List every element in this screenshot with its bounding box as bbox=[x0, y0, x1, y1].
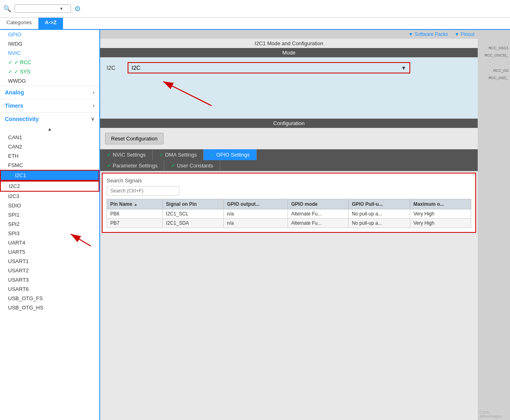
scroll-up-arrow[interactable]: ▲ bbox=[0, 125, 99, 133]
table-row: PB7 I2C1_SDA n/a Alternate Fu... No pull… bbox=[107, 219, 471, 228]
arrow-area bbox=[107, 73, 471, 114]
gpio-table: Pin Name ▲ Signal on Pin GPIO output... … bbox=[107, 199, 471, 228]
tab-az[interactable]: A->Z bbox=[38, 18, 63, 29]
sidebar-item-nvic[interactable]: NVIC bbox=[0, 48, 99, 58]
cell-gpio-mode: Alternate Fu... bbox=[288, 219, 348, 228]
tab-nvic-settings[interactable]: ✓ NVIC Settings bbox=[100, 149, 153, 160]
sidebar-item-can1[interactable]: CAN1 bbox=[0, 133, 99, 142]
gpio-tab-label: GPIO Settings bbox=[216, 152, 250, 158]
connectivity-label: Connectivity bbox=[5, 116, 39, 122]
search-box[interactable]: ▼ bbox=[15, 4, 71, 13]
sidebar-item-usb-otg-fs[interactable]: USB_OTG_FS bbox=[0, 294, 99, 303]
i2c-select[interactable]: I2C Disable SMBus Alert Mode SMBus Slave… bbox=[128, 63, 409, 73]
panel-title: I2C1 Mode and Configuration bbox=[100, 39, 478, 48]
mode-section: Mode I2C I2C Disable SMBus Alert Mode SM… bbox=[100, 48, 478, 119]
gpio-area: Search Signals Pin Name ▲ Signal on Pin … bbox=[102, 173, 476, 233]
tab-parameter-settings[interactable]: ✓ Parameter Settings bbox=[100, 160, 164, 171]
col-pin-name[interactable]: Pin Name ▲ bbox=[107, 199, 163, 209]
sidebar-item-usart3[interactable]: USART3 bbox=[0, 275, 99, 284]
cell-max-output: Very High bbox=[410, 219, 471, 228]
sidebar-item-usart6[interactable]: USART6 bbox=[0, 284, 99, 294]
cell-gpio-mode: Alternate Fu... bbox=[288, 209, 348, 219]
pin-label-rcc-os: RCC_OS bbox=[493, 69, 508, 73]
sort-arrow: ▲ bbox=[134, 202, 138, 207]
sidebar-item-i2c1[interactable]: ✓ I2C1 bbox=[0, 170, 99, 181]
gear-icon[interactable]: ⚙ bbox=[74, 4, 81, 13]
mode-body: I2C I2C Disable SMBus Alert Mode SMBus S… bbox=[100, 57, 478, 119]
sidebar-item-eth[interactable]: ETH bbox=[0, 151, 99, 161]
sidebar-item-spi3[interactable]: SPI3 bbox=[0, 229, 99, 238]
col-gpio-pull[interactable]: GPIO Pull-u... bbox=[348, 199, 410, 209]
sidebar-item-iwdg[interactable]: IWDG bbox=[0, 39, 99, 48]
sidebar-item-wwdg[interactable]: WWDG bbox=[0, 76, 99, 86]
sidebar-item-spi1[interactable]: SPI1 bbox=[0, 210, 99, 219]
config-section: Configuration Reset Configuration ✓ NVIC… bbox=[100, 119, 478, 234]
search-icon: 🔍 bbox=[3, 5, 11, 13]
check-icon: ✓ bbox=[9, 172, 13, 178]
sidebar-section-timers[interactable]: Timers › bbox=[0, 99, 99, 112]
sidebar-item-usart2[interactable]: USART2 bbox=[0, 266, 99, 275]
cell-gpio-pull: No pull-up a... bbox=[348, 219, 410, 228]
check-icon: ✓ bbox=[210, 152, 214, 158]
search-signals-label: Search Signals bbox=[107, 178, 471, 184]
sidebar-item-usb-otg-hs[interactable]: USB_OTG_HS bbox=[0, 303, 99, 312]
software-packs-link[interactable]: ▼ Software Packs bbox=[408, 31, 448, 37]
mode-header: Mode bbox=[100, 48, 478, 57]
tab-categories[interactable]: Categories bbox=[0, 18, 38, 29]
config-tabs: ✓ NVIC Settings ✓ DMA Settings ✓ GPIO Se… bbox=[100, 149, 478, 160]
i2c-select-wrap[interactable]: I2C Disable SMBus Alert Mode SMBus Slave… bbox=[128, 62, 410, 73]
cell-pin-name: PB6 bbox=[107, 209, 163, 219]
pin-label-rcc-osc32: RCC_OSC32_ bbox=[485, 53, 508, 57]
dma-tab-label: DMA Settings bbox=[165, 152, 197, 158]
sidebar-item-gpio[interactable]: GPIO bbox=[0, 30, 99, 39]
sidebar-item-fsmc[interactable]: FSMC bbox=[0, 161, 99, 170]
cell-gpio-pull: No pull-up a... bbox=[348, 209, 410, 219]
cell-signal: I2C1_SDA bbox=[163, 219, 224, 228]
sidebar-item-sys[interactable]: ✓ SYS bbox=[0, 67, 99, 76]
pinout-link[interactable]: ▼ Pinout bbox=[455, 31, 474, 37]
top-bar: 🔍 ▼ ⚙ bbox=[0, 0, 510, 18]
sidebar-item-spi2[interactable]: SPI2 bbox=[0, 219, 99, 229]
param-tab-label: Parameter Settings bbox=[113, 163, 157, 169]
sidebar-item-sdio[interactable]: SDIO bbox=[0, 201, 99, 210]
sidebar-section-analog[interactable]: Analog › bbox=[0, 86, 99, 99]
col-max-output[interactable]: Maximum o... bbox=[410, 199, 471, 209]
i2c1-label: I2C1 bbox=[15, 172, 26, 178]
sidebar-item-i2c2[interactable]: I2C2 bbox=[0, 181, 99, 192]
tab-user-constants[interactable]: ✓ User Constants bbox=[164, 160, 220, 171]
user-constants-tab-label: User Constants bbox=[177, 163, 213, 169]
check-icon: ✓ bbox=[171, 163, 175, 169]
tab-dma-settings[interactable]: ✓ DMA Settings bbox=[153, 149, 204, 160]
col-gpio-output[interactable]: GPIO output... bbox=[224, 199, 288, 209]
red-arrow-annotation bbox=[131, 73, 260, 114]
sidebar-item-usart1[interactable]: USART1 bbox=[0, 257, 99, 266]
signals-search-input[interactable] bbox=[107, 186, 179, 196]
sidebar-item-uart5[interactable]: UART5 bbox=[0, 247, 99, 257]
main-layout: GPIO IWDG NVIC ✓ RCC ✓ SYS WWDG Analog ›… bbox=[0, 30, 510, 420]
pin-label-rcc-osc1: RCC_OSC1 bbox=[489, 46, 508, 50]
check-icon: ✓ bbox=[107, 163, 111, 169]
sidebar-item-uart4[interactable]: UART4 bbox=[0, 238, 99, 247]
top-links-bar: ▼ Software Packs ▼ Pinout bbox=[100, 30, 478, 39]
sidebar-section-connectivity[interactable]: Connectivity ∨ bbox=[0, 112, 99, 125]
cell-gpio-out: n/a bbox=[224, 209, 288, 219]
nvic-tab-label: NVIC Settings bbox=[113, 152, 146, 158]
chevron-right-icon: › bbox=[93, 90, 94, 95]
analog-label: Analog bbox=[5, 89, 24, 96]
col-signal-on-pin[interactable]: Signal on Pin bbox=[163, 199, 224, 209]
search-input[interactable] bbox=[17, 6, 58, 12]
mode-row: I2C I2C Disable SMBus Alert Mode SMBus S… bbox=[107, 62, 471, 73]
sidebar: GPIO IWDG NVIC ✓ RCC ✓ SYS WWDG Analog ›… bbox=[0, 30, 100, 420]
tab-gpio-settings[interactable]: ✓ GPIO Settings bbox=[204, 149, 256, 160]
sidebar-item-i2c3[interactable]: I2C3 bbox=[0, 192, 99, 201]
csdn-watermark: CSDN @RouDragon bbox=[479, 410, 508, 418]
cell-signal: I2C1_SCL bbox=[163, 209, 224, 219]
sidebar-item-rcc[interactable]: ✓ RCC bbox=[0, 58, 99, 67]
check-icon: ✓ bbox=[107, 152, 111, 158]
col-gpio-mode[interactable]: GPIO mode bbox=[288, 199, 348, 209]
reset-config-button[interactable]: Reset Configuration bbox=[105, 133, 164, 144]
svg-line-1 bbox=[163, 81, 212, 106]
content-area: ▼ Software Packs ▼ Pinout I2C1 Mode and … bbox=[100, 30, 478, 420]
sidebar-item-can2[interactable]: CAN2 bbox=[0, 142, 99, 151]
right-sidebar: RCC_OSC1 RCC_OSC32_ RCC_OS RCC_OSC_ CSDN… bbox=[478, 30, 510, 420]
